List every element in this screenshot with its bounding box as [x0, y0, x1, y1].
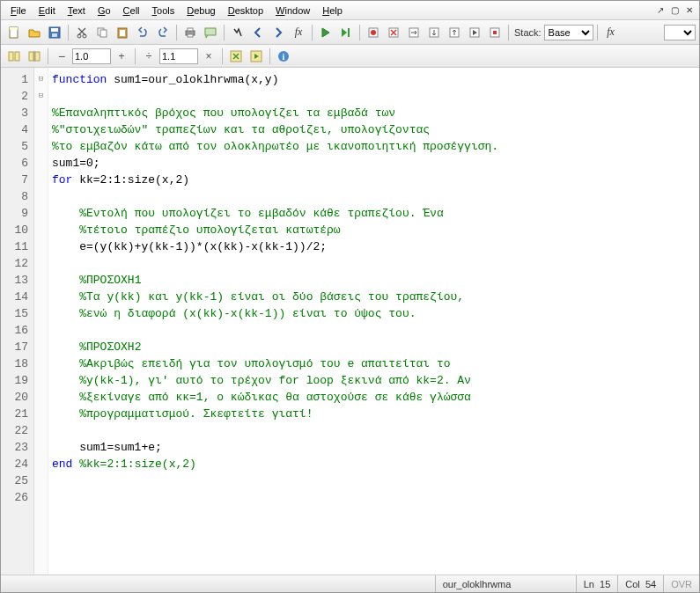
svg-rect-24 — [493, 31, 497, 34]
undo-icon[interactable] — [133, 23, 152, 42]
code-line[interactable] — [52, 88, 699, 105]
menu-desktop[interactable]: Desktop — [222, 4, 269, 18]
menubar: FileEditTextGoCellToolsDebugDesktopWindo… — [1, 1, 699, 20]
code-line[interactable]: %Τα y(kk) και y(kk-1) είναι οι δύο βάσει… — [52, 289, 699, 305]
eval-cell-icon[interactable] — [226, 47, 246, 66]
code-line[interactable]: %ενώ η διαφορά (x(kk)-x(kk-1)) είναι το … — [52, 305, 699, 322]
menu-text[interactable]: Text — [62, 4, 92, 18]
code-area[interactable]: function sum1=our_oloklhrwma(x,y) %Επανα… — [48, 68, 699, 575]
code-line[interactable]: sum1=0; — [52, 155, 699, 172]
code-line[interactable]: for kk=2:1:size(x,2) — [52, 172, 699, 188]
fold-column[interactable]: ⊟⊟ — [34, 68, 48, 575]
menu-edit[interactable]: Edit — [33, 4, 62, 18]
code-line[interactable]: %Εντολή που υπολογίζει το εμβαδόν κάθε τ… — [52, 205, 699, 222]
stack-label: Stack: — [514, 27, 542, 38]
code-line[interactable]: %y(kk-1), γι' αυτό το τρέχον for loop ξε… — [52, 372, 699, 389]
fx-button[interactable]: fx — [601, 23, 621, 42]
code-line[interactable]: %προγραμματισμού. Σκεφτείτε γιατί! — [52, 406, 699, 422]
copy-icon[interactable] — [92, 23, 112, 42]
step-value-1[interactable] — [72, 48, 111, 64]
nav-back-icon[interactable] — [248, 23, 268, 42]
open-file-icon[interactable] — [25, 23, 44, 42]
undock-icon[interactable]: ↗ — [654, 5, 667, 15]
code-line[interactable]: %ΠΡΟΣΟΧΗ1 — [52, 272, 699, 289]
code-line[interactable] — [52, 322, 699, 339]
menu-help[interactable]: Help — [316, 4, 349, 18]
toolbar-main: fx Stack: Base fx — [1, 20, 699, 45]
redo-icon[interactable] — [153, 23, 173, 42]
eval-advance-icon[interactable] — [247, 47, 266, 66]
svg-rect-14 — [205, 28, 216, 35]
svg-rect-27 — [29, 52, 33, 61]
statusbar: our_oloklhrwma Ln 15 Col 54 OVR — [1, 575, 699, 592]
find-icon[interactable] — [228, 23, 247, 42]
toolbar-secondary: − + ÷ × i — [1, 45, 699, 68]
code-line[interactable]: e=(y(kk)+y(kk-1))*(x(kk)-x(kk-1))/2; — [52, 238, 699, 255]
comment-icon[interactable] — [201, 23, 220, 42]
new-file-icon[interactable] — [4, 23, 24, 42]
code-line[interactable]: sum1=sum1+e; — [52, 439, 699, 456]
exit-debug-icon[interactable] — [485, 23, 505, 42]
code-line[interactable]: %Επαναληπτικός βρόχος που υπολογίζει τα … — [52, 105, 699, 121]
svg-rect-8 — [100, 30, 107, 37]
view-select[interactable] — [664, 25, 696, 40]
clear-breakpoint-icon[interactable] — [384, 23, 403, 42]
code-line[interactable] — [52, 255, 699, 272]
menu-cell[interactable]: Cell — [117, 4, 146, 18]
maximize-icon[interactable]: ▢ — [668, 5, 682, 15]
stack-select[interactable]: Base — [544, 25, 593, 40]
status-function: our_oloklhrwma — [435, 575, 576, 592]
svg-rect-4 — [52, 33, 57, 37]
continue-icon[interactable] — [465, 23, 484, 42]
menu-window[interactable]: Window — [269, 4, 316, 18]
code-line[interactable]: %το εμβαζόν κάτω από τον ολοκληρωτέο με … — [52, 138, 699, 155]
save-icon[interactable] — [45, 23, 64, 42]
cut-icon[interactable] — [72, 23, 92, 42]
run-advance-icon[interactable] — [336, 23, 356, 42]
divide-button[interactable]: ÷ — [139, 47, 158, 66]
status-col: Col 54 — [617, 575, 663, 592]
run-icon[interactable] — [316, 23, 335, 42]
svg-rect-13 — [188, 34, 193, 37]
code-line[interactable]: end %kk=2:1:size(x,2) — [52, 456, 699, 472]
editor[interactable]: 1234567891011121314151617181920212223242… — [1, 68, 699, 575]
code-line[interactable]: %ΠΡΟΣΟΧΗ2 — [52, 339, 699, 355]
nav-fwd-icon[interactable] — [269, 23, 288, 42]
code-line[interactable] — [52, 422, 699, 439]
close-icon[interactable]: ✕ — [683, 5, 696, 15]
status-line: Ln 15 — [576, 575, 618, 592]
fx-icon[interactable]: fx — [289, 23, 308, 42]
info-icon[interactable]: i — [274, 47, 293, 66]
code-line[interactable] — [52, 188, 699, 205]
code-line[interactable]: %Ακριβώς επειδή για τον υπολογισμό του e… — [52, 355, 699, 372]
cell-insert2-icon[interactable] — [25, 47, 44, 66]
print-icon[interactable] — [181, 23, 200, 42]
times-button[interactable]: × — [199, 47, 218, 66]
menu-go[interactable]: Go — [92, 4, 117, 18]
code-line[interactable]: function sum1=our_oloklhrwma(x,y) — [52, 71, 699, 88]
code-line[interactable]: %"στοιχειωδών" τραπεζίων και τα αθροίζει… — [52, 121, 699, 138]
code-line[interactable] — [52, 472, 699, 489]
svg-text:i: i — [283, 52, 285, 62]
code-line[interactable]: %τέτοιο τραπέζιο υπολογίζεται κατωτέρω — [52, 222, 699, 238]
code-line[interactable] — [52, 489, 699, 506]
svg-rect-26 — [15, 52, 19, 61]
minus-button[interactable]: − — [52, 47, 71, 66]
menu-file[interactable]: File — [4, 4, 33, 18]
step-icon[interactable] — [404, 23, 424, 42]
svg-point-17 — [371, 30, 376, 35]
step-out-icon[interactable] — [445, 23, 464, 42]
breakpoint-icon[interactable] — [364, 23, 383, 42]
menu-debug[interactable]: Debug — [181, 4, 221, 18]
line-number-gutter: 1234567891011121314151617181920212223242… — [1, 68, 34, 575]
paste-icon[interactable] — [113, 23, 132, 42]
code-line[interactable]: %ξεκίναγε από κκ=1, ο κώδικας θα αστοχού… — [52, 389, 699, 406]
menu-tools[interactable]: Tools — [146, 4, 181, 18]
svg-rect-25 — [9, 52, 13, 61]
step-in-icon[interactable] — [424, 23, 444, 42]
svg-rect-1 — [10, 27, 18, 30]
step-value-2[interactable] — [159, 48, 198, 64]
cell-insert-icon[interactable] — [4, 47, 24, 66]
plus-button[interactable]: + — [112, 47, 131, 66]
svg-rect-10 — [120, 30, 125, 36]
